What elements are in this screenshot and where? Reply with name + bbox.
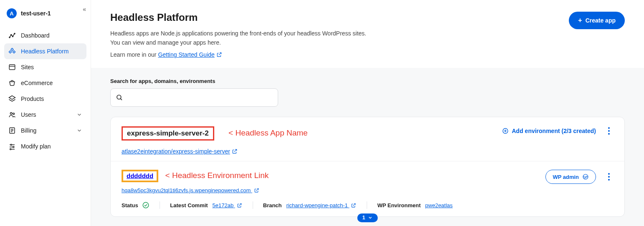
app-card: express-simple-server-2 < Headless App N… [110, 117, 625, 217]
avatar: A [7, 8, 17, 18]
sidebar-item-label: eCommerce [21, 80, 53, 86]
wp-env-cell: WP Environment pwe2eatlas [377, 202, 452, 208]
sidebar-item-label: Headless Platform [21, 48, 68, 55]
separator [160, 201, 160, 209]
user-row[interactable]: A test-user-1 [4, 5, 86, 28]
users-icon [8, 111, 16, 118]
environment-link[interactable]: ddddddd [127, 172, 153, 179]
page-title: Headless Platform [110, 12, 366, 23]
chevron-down-icon [76, 112, 82, 118]
header: Headless Platform Headless apps are Node… [91, 0, 644, 68]
search-label: Search for apps, domains, environments [110, 78, 625, 84]
wp-admin-button[interactable]: WP admin [545, 170, 596, 184]
user-name: test-user-1 [21, 10, 51, 17]
repo-link[interactable]: atlase2eintegration/express-simple-serve… [122, 148, 238, 155]
sidebar-item-ecommerce[interactable]: eCommerce [4, 75, 86, 91]
branch-link[interactable]: richard-wpengine-patch-1 [286, 202, 357, 208]
pager-value: 1 [363, 215, 365, 221]
add-env-label: Add environment (2/3 created) [512, 128, 596, 134]
collapse-sidebar-button[interactable]: « [83, 6, 85, 13]
svg-point-6 [10, 113, 13, 115]
svg-line-19 [120, 99, 122, 100]
sidebar-item-dashboard[interactable]: Dashboard [4, 28, 86, 43]
env-top: ddddddd < Headless Environment Link WP a… [122, 170, 614, 184]
env-name-highlight: ddddddd [122, 170, 158, 182]
search-icon [116, 94, 123, 101]
sidebar-item-sites[interactable]: Sites [4, 59, 86, 75]
page-desc-1: Headless apps are Node.js applications p… [110, 29, 366, 38]
svg-point-7 [13, 113, 15, 115]
link-text: atlase2eintegration/express-simple-serve… [122, 148, 230, 155]
branch-cell: Branch richard-wpengine-patch-1 [263, 202, 357, 208]
env-url: hqa8w5pc3kgvu2tql1ti6zvfs.js.wpenginepow… [122, 186, 614, 194]
sidebar-item-headless-platform[interactable]: Headless Platform [4, 43, 86, 59]
add-environment-button[interactable]: Add environment (2/3 created) [502, 128, 596, 134]
external-link-icon [254, 188, 260, 193]
separator [367, 201, 367, 209]
sidebar-item-modify-plan[interactable]: Modify plan [4, 138, 86, 154]
app-card-head: express-simple-server-2 < Headless App N… [111, 117, 624, 145]
page-desc-2: You can view and manage your apps here. [110, 38, 366, 48]
search-box[interactable] [110, 88, 278, 107]
wp-env-label: WP Environment [377, 202, 421, 208]
search-input[interactable] [127, 94, 273, 101]
env-meta-row: Status Latest Commit 5e172ab [122, 201, 614, 209]
sidebar-item-label: Products [21, 95, 44, 102]
app-head-right: Add environment (2/3 created) [502, 126, 614, 136]
sidebar-item-users[interactable]: Users [4, 107, 86, 123]
billing-icon [8, 127, 16, 134]
link-text: richard-wpengine-patch-1 [286, 202, 347, 208]
separator [253, 201, 253, 209]
learn-prefix: Learn more in our [110, 51, 158, 58]
sidebar-item-products[interactable]: Products [4, 91, 86, 107]
create-app-button[interactable]: + Create app [569, 12, 625, 29]
sites-icon [8, 63, 16, 71]
branch-label: Branch [263, 202, 282, 208]
button-label: Create app [586, 17, 616, 24]
pager-button[interactable]: 1 [357, 213, 378, 222]
external-link-icon [232, 148, 238, 154]
external-link-icon [351, 203, 357, 208]
status-cell: Status [122, 201, 150, 209]
env-title-area: ddddddd < Headless Environment Link [122, 170, 269, 182]
environment-row: ddddddd < Headless Environment Link WP a… [111, 161, 624, 216]
chevron-down-icon [76, 128, 82, 133]
headless-icon [8, 48, 16, 55]
external-link-icon [237, 203, 243, 208]
sidebar-item-label: Users [21, 111, 36, 118]
svg-point-15 [13, 146, 14, 148]
svg-point-18 [117, 95, 121, 99]
dashboard-icon [8, 32, 16, 39]
env-menu-button[interactable] [604, 172, 614, 181]
sliders-icon [8, 143, 16, 150]
link-text: 5e172ab [213, 202, 234, 208]
content: Search for apps, domains, environments e… [91, 68, 644, 226]
learn-more: Learn more in our Getting Started Guide [110, 51, 366, 58]
button-label: WP admin [553, 174, 579, 180]
sidebar-item-label: Billing [21, 127, 36, 134]
link-text: Getting Started Guide [158, 51, 214, 58]
wordpress-icon [582, 173, 589, 180]
sidebar-item-label: Dashboard [21, 32, 50, 39]
sidebar-item-billing[interactable]: Billing [4, 123, 86, 138]
chevron-down-icon [368, 215, 373, 220]
products-icon [8, 95, 16, 103]
annotation-app-name: < Headless App Name [228, 128, 308, 137]
latest-commit-cell: Latest Commit 5e172ab [170, 202, 242, 208]
getting-started-link[interactable]: Getting Started Guide [158, 51, 222, 58]
env-url-link[interactable]: hqa8w5pc3kgvu2tql1ti6zvfs.js.wpenginepow… [122, 187, 260, 193]
svg-rect-4 [9, 65, 15, 70]
wp-env-link[interactable]: pwe2eatlas [425, 202, 453, 208]
status-label: Status [122, 202, 138, 208]
app-menu-button[interactable] [604, 126, 614, 136]
main: Headless Platform Headless apps are Node… [91, 0, 644, 226]
app-name[interactable]: express-simple-server-2 [127, 129, 209, 137]
latest-commit-link[interactable]: 5e172ab [213, 202, 243, 208]
latest-commit-label: Latest Commit [170, 202, 208, 208]
sidebar-item-label: Sites [21, 64, 34, 70]
annotation-env-link: < Headless Environment Link [165, 171, 269, 180]
plus-circle-icon [502, 128, 509, 134]
env-right: WP admin [545, 170, 614, 184]
svg-point-13 [10, 144, 12, 146]
status-ok-icon [142, 201, 150, 209]
